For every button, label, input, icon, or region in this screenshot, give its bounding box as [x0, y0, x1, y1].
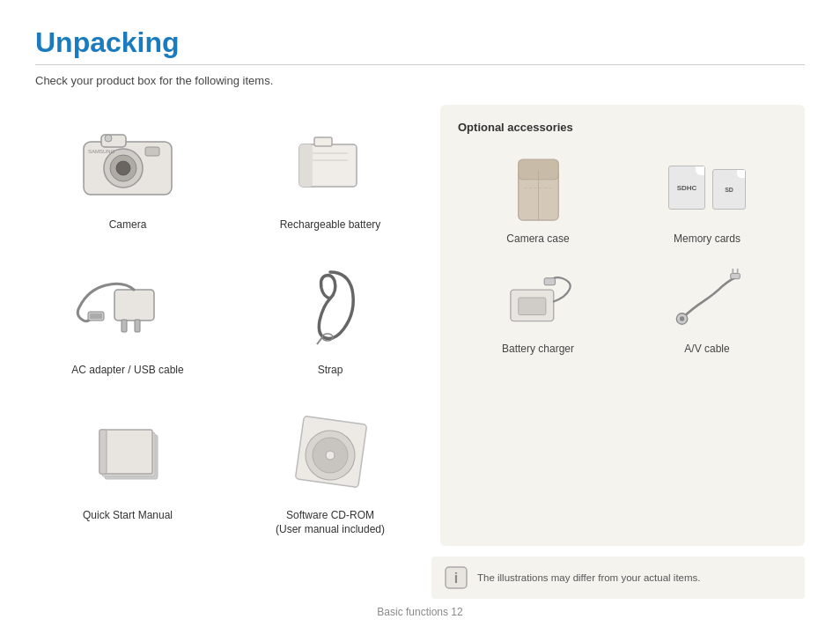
svg-rect-17 [90, 313, 102, 319]
svg-rect-5 [145, 147, 159, 156]
camera-case-label: Camera case [506, 232, 569, 245]
svg-point-37 [680, 316, 684, 321]
camera-illustration: SAMSUNG [70, 114, 185, 210]
svg-rect-34 [519, 298, 546, 315]
strap-illustration [273, 259, 387, 356]
optional-accessories-section: Optional accessories [440, 105, 805, 546]
page-subtitle: Check your product box for the following… [35, 74, 805, 87]
svg-point-4 [116, 161, 130, 175]
opt-av-cable: A/V cable [627, 258, 787, 355]
svg-text:SAMSUNG: SAMSUNG [88, 149, 115, 154]
svg-point-27 [326, 451, 335, 460]
cd-rom-label: Software CD-ROM (User manual included) [276, 508, 385, 538]
battery-charger-icon [494, 262, 582, 333]
manual-label: Quick Start Manual [83, 508, 173, 523]
item-manual: Quick Start Manual [35, 395, 220, 547]
svg-rect-12 [299, 144, 313, 187]
svg-line-19 [317, 337, 322, 344]
title-divider [35, 64, 805, 65]
page: Unpacking Check your product box for the… [0, 0, 840, 634]
note-icon: i [444, 565, 468, 590]
memory-cards-illustration: SDHC SD [659, 148, 755, 227]
opt-camera-case: Camera case [458, 148, 618, 245]
svg-rect-14 [122, 320, 127, 332]
svg-rect-22 [99, 430, 152, 474]
camera-case-icon [510, 151, 567, 225]
memory-cards-group: SDHC SD [668, 166, 746, 210]
svg-point-6 [105, 135, 112, 142]
battery-illustration [273, 114, 387, 210]
item-strap: Strap [238, 250, 423, 387]
rechargeable-battery-icon [286, 127, 374, 197]
camera-icon: SAMSUNG [75, 122, 181, 202]
ac-adapter-icon [70, 263, 185, 351]
sd-card: SD [712, 169, 746, 210]
svg-rect-13 [114, 290, 154, 321]
item-cd-rom: Software CD-ROM (User manual included) [238, 395, 423, 547]
av-cable-label: A/V cable [684, 343, 729, 355]
svg-rect-35 [544, 278, 555, 285]
item-ac-adapter: AC adapter / USB cable [35, 250, 220, 387]
ac-adapter-label: AC adapter / USB cable [71, 363, 183, 378]
sdhc-card: SDHC [668, 166, 705, 210]
strap-label: Strap [318, 363, 343, 378]
cd-rom-illustration [273, 404, 387, 501]
memory-cards-label: Memory cards [674, 232, 741, 245]
svg-rect-15 [135, 320, 140, 332]
main-layout: SAMSUNG Camera [35, 105, 805, 546]
included-items-section: SAMSUNG Camera [35, 105, 423, 546]
opt-battery-charger: Battery charger [458, 258, 618, 355]
optional-title: Optional accessories [458, 121, 787, 134]
camera-case-illustration [490, 148, 586, 227]
note-text: The illustrations may differ from your a… [477, 572, 701, 583]
optional-grid: Camera case SDHC SD Memory cards [458, 148, 787, 355]
rechargeable-battery-label: Rechargeable battery [280, 217, 381, 232]
battery-charger-illustration [490, 258, 586, 337]
av-cable-icon [663, 262, 751, 333]
svg-rect-23 [99, 430, 107, 474]
manual-illustration [70, 404, 185, 501]
item-camera: SAMSUNG Camera [35, 105, 220, 241]
strap-icon [286, 263, 374, 351]
software-cd-rom-icon [282, 413, 379, 492]
page-title: Unpacking [35, 26, 805, 59]
svg-rect-38 [731, 273, 741, 278]
camera-label: Camera [109, 217, 147, 232]
battery-charger-label: Battery charger [502, 343, 574, 355]
av-cable-illustration [659, 258, 755, 337]
ac-adapter-illustration [70, 259, 185, 356]
item-battery: Rechargeable battery [238, 105, 423, 241]
note-box: i The illustrations may differ from your… [431, 557, 805, 599]
svg-text:i: i [454, 571, 458, 586]
items-grid: SAMSUNG Camera [35, 105, 423, 546]
opt-memory-cards: SDHC SD Memory cards [627, 148, 787, 245]
quick-start-manual-icon [84, 417, 172, 488]
svg-rect-9 [314, 137, 332, 146]
page-footer: Basic functions 12 [0, 606, 840, 618]
